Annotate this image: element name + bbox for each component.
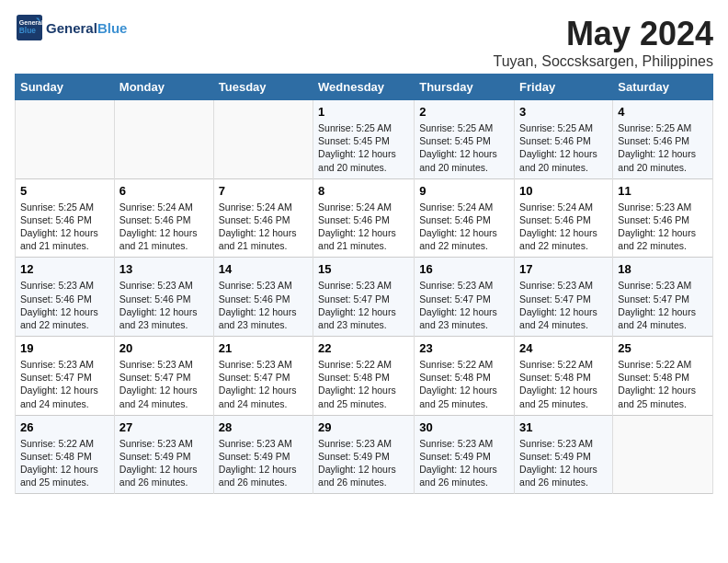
calendar-cell: 30Sunrise: 5:23 AMSunset: 5:49 PMDayligh… — [415, 415, 515, 494]
cell-info: Sunrise: 5:23 AMSunset: 5:47 PMDaylight:… — [119, 358, 209, 410]
title-area: May 2024 Tuyan, Soccsksargen, Philippine… — [493, 15, 713, 70]
calendar-cell: 27Sunrise: 5:23 AMSunset: 5:49 PMDayligh… — [114, 415, 213, 494]
day-number: 29 — [318, 420, 409, 434]
cell-info: Sunrise: 5:24 AMSunset: 5:46 PMDaylight:… — [219, 201, 308, 253]
calendar-cell: 26Sunrise: 5:22 AMSunset: 5:48 PMDayligh… — [16, 415, 115, 494]
weekday-header-tuesday: Tuesday — [213, 75, 313, 100]
weekday-header-sunday: Sunday — [16, 75, 115, 100]
calendar-cell: 9Sunrise: 5:24 AMSunset: 5:46 PMDaylight… — [415, 178, 515, 258]
cell-info: Sunrise: 5:25 AMSunset: 5:45 PMDaylight:… — [419, 121, 509, 174]
cell-info: Sunrise: 5:22 AMSunset: 5:48 PMDaylight:… — [519, 358, 608, 410]
cell-info: Sunrise: 5:24 AMSunset: 5:46 PMDaylight:… — [519, 201, 608, 253]
month-title: May 2024 — [493, 15, 713, 53]
calendar-week-row: 12Sunrise: 5:23 AMSunset: 5:46 PMDayligh… — [16, 258, 713, 337]
cell-info: Sunrise: 5:23 AMSunset: 5:47 PMDaylight:… — [519, 279, 608, 331]
calendar-cell: 14Sunrise: 5:23 AMSunset: 5:46 PMDayligh… — [213, 258, 313, 337]
day-number: 18 — [618, 262, 708, 276]
cell-info: Sunrise: 5:22 AMSunset: 5:48 PMDaylight:… — [618, 358, 708, 410]
cell-info: Sunrise: 5:25 AMSunset: 5:45 PMDaylight:… — [318, 121, 409, 174]
day-number: 16 — [419, 262, 509, 276]
cell-info: Sunrise: 5:24 AMSunset: 5:46 PMDaylight:… — [419, 201, 509, 253]
calendar-cell: 10Sunrise: 5:24 AMSunset: 5:46 PMDayligh… — [515, 178, 613, 258]
day-number: 20 — [119, 341, 209, 355]
day-number: 19 — [20, 341, 109, 355]
cell-info: Sunrise: 5:23 AMSunset: 5:49 PMDaylight:… — [519, 437, 608, 489]
calendar-cell: 13Sunrise: 5:23 AMSunset: 5:46 PMDayligh… — [114, 258, 213, 337]
calendar-cell: 8Sunrise: 5:24 AMSunset: 5:46 PMDaylight… — [313, 178, 415, 258]
cell-info: Sunrise: 5:22 AMSunset: 5:48 PMDaylight:… — [318, 358, 409, 410]
cell-info: Sunrise: 5:23 AMSunset: 5:47 PMDaylight:… — [618, 279, 708, 331]
cell-info: Sunrise: 5:23 AMSunset: 5:46 PMDaylight:… — [219, 279, 308, 331]
day-number: 3 — [519, 105, 608, 119]
page-header: General Blue GeneralBlue May 2024 Tuyan,… — [15, 15, 713, 70]
weekday-header-thursday: Thursday — [415, 75, 515, 100]
day-number: 7 — [219, 184, 308, 198]
calendar-cell: 3Sunrise: 5:25 AMSunset: 5:46 PMDaylight… — [515, 100, 613, 179]
day-number: 28 — [219, 420, 308, 434]
calendar-cell: 19Sunrise: 5:23 AMSunset: 5:47 PMDayligh… — [16, 337, 115, 416]
calendar-week-row: 26Sunrise: 5:22 AMSunset: 5:48 PMDayligh… — [16, 415, 713, 494]
day-number: 11 — [618, 184, 708, 198]
cell-info: Sunrise: 5:23 AMSunset: 5:47 PMDaylight:… — [219, 358, 308, 410]
calendar-cell: 24Sunrise: 5:22 AMSunset: 5:48 PMDayligh… — [515, 337, 613, 416]
calendar-cell: 21Sunrise: 5:23 AMSunset: 5:47 PMDayligh… — [213, 337, 313, 416]
calendar-cell: 16Sunrise: 5:23 AMSunset: 5:47 PMDayligh… — [415, 258, 515, 337]
calendar-cell: 6Sunrise: 5:24 AMSunset: 5:46 PMDaylight… — [114, 178, 213, 258]
calendar-cell: 1Sunrise: 5:25 AMSunset: 5:45 PMDaylight… — [313, 100, 415, 179]
cell-info: Sunrise: 5:22 AMSunset: 5:48 PMDaylight:… — [20, 437, 109, 489]
day-number: 10 — [519, 184, 608, 198]
cell-info: Sunrise: 5:25 AMSunset: 5:46 PMDaylight:… — [20, 201, 109, 253]
calendar-cell: 4Sunrise: 5:25 AMSunset: 5:46 PMDaylight… — [613, 100, 713, 179]
day-number: 12 — [20, 262, 109, 276]
calendar-week-row: 5Sunrise: 5:25 AMSunset: 5:46 PMDaylight… — [16, 178, 713, 258]
day-number: 13 — [119, 262, 209, 276]
cell-info: Sunrise: 5:23 AMSunset: 5:46 PMDaylight:… — [618, 201, 708, 253]
day-number: 24 — [519, 341, 608, 355]
calendar-cell: 18Sunrise: 5:23 AMSunset: 5:47 PMDayligh… — [613, 258, 713, 337]
calendar-cell: 15Sunrise: 5:23 AMSunset: 5:47 PMDayligh… — [313, 258, 415, 337]
cell-info: Sunrise: 5:23 AMSunset: 5:49 PMDaylight:… — [119, 437, 209, 489]
day-number: 27 — [119, 420, 209, 434]
day-number: 31 — [519, 420, 608, 434]
weekday-header-friday: Friday — [515, 75, 613, 100]
weekday-header-wednesday: Wednesday — [313, 75, 415, 100]
day-number: 15 — [318, 262, 409, 276]
day-number: 6 — [119, 184, 209, 198]
cell-info: Sunrise: 5:23 AMSunset: 5:47 PMDaylight:… — [20, 358, 109, 410]
calendar-cell: 17Sunrise: 5:23 AMSunset: 5:47 PMDayligh… — [515, 258, 613, 337]
calendar-cell: 20Sunrise: 5:23 AMSunset: 5:47 PMDayligh… — [114, 337, 213, 416]
day-number: 4 — [618, 105, 708, 119]
weekday-header-row: SundayMondayTuesdayWednesdayThursdayFrid… — [16, 75, 713, 100]
cell-info: Sunrise: 5:23 AMSunset: 5:47 PMDaylight:… — [318, 279, 409, 331]
logo: General Blue GeneralBlue — [15, 15, 127, 40]
calendar-cell: 28Sunrise: 5:23 AMSunset: 5:49 PMDayligh… — [213, 415, 313, 494]
day-number: 30 — [419, 420, 509, 434]
calendar-cell: 2Sunrise: 5:25 AMSunset: 5:45 PMDaylight… — [415, 100, 515, 179]
cell-info: Sunrise: 5:24 AMSunset: 5:46 PMDaylight:… — [318, 201, 409, 253]
day-number: 22 — [318, 341, 409, 355]
calendar-cell: 5Sunrise: 5:25 AMSunset: 5:46 PMDaylight… — [16, 178, 115, 258]
calendar-cell: 22Sunrise: 5:22 AMSunset: 5:48 PMDayligh… — [313, 337, 415, 416]
weekday-header-monday: Monday — [114, 75, 213, 100]
day-number: 23 — [419, 341, 509, 355]
calendar-cell: 7Sunrise: 5:24 AMSunset: 5:46 PMDaylight… — [213, 178, 313, 258]
calendar-cell — [114, 100, 213, 179]
calendar-cell — [16, 100, 115, 179]
day-number: 17 — [519, 262, 608, 276]
calendar-cell: 11Sunrise: 5:23 AMSunset: 5:46 PMDayligh… — [613, 178, 713, 258]
calendar-week-row: 1Sunrise: 5:25 AMSunset: 5:45 PMDaylight… — [16, 100, 713, 179]
calendar-cell — [613, 415, 713, 494]
day-number: 26 — [20, 420, 109, 434]
weekday-header-saturday: Saturday — [613, 75, 713, 100]
cell-info: Sunrise: 5:23 AMSunset: 5:49 PMDaylight:… — [318, 437, 409, 489]
cell-info: Sunrise: 5:22 AMSunset: 5:48 PMDaylight:… — [419, 358, 509, 410]
day-number: 8 — [318, 184, 409, 198]
day-number: 2 — [419, 105, 509, 119]
calendar-cell: 12Sunrise: 5:23 AMSunset: 5:46 PMDayligh… — [16, 258, 115, 337]
day-number: 14 — [219, 262, 308, 276]
calendar-week-row: 19Sunrise: 5:23 AMSunset: 5:47 PMDayligh… — [16, 337, 713, 416]
calendar-table: SundayMondayTuesdayWednesdayThursdayFrid… — [15, 74, 713, 494]
day-number: 1 — [318, 105, 409, 119]
svg-text:Blue: Blue — [19, 26, 36, 35]
day-number: 25 — [618, 341, 708, 355]
